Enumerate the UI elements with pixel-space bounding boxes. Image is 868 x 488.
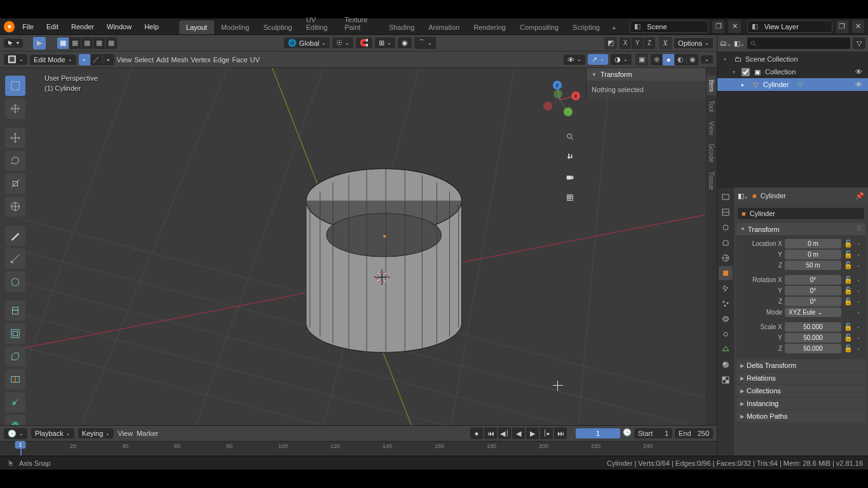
timeline-menu-view[interactable]: View: [118, 430, 133, 437]
wireframe-shading-icon[interactable]: ⊕: [651, 54, 662, 65]
proptab-material[interactable]: [719, 358, 733, 372]
viewport-menu-uv[interactable]: UV: [250, 56, 260, 64]
face-select-icon[interactable]: ▪: [103, 54, 114, 65]
playback-dropdown[interactable]: Playback⌄: [31, 428, 74, 438]
viewport-menu-edge[interactable]: Edge: [213, 56, 229, 64]
location-z-field[interactable]: 50 m: [785, 261, 841, 270]
pin-icon[interactable]: 📌: [855, 192, 864, 200]
loopcut-tool[interactable]: [5, 369, 25, 390]
blender-logo-icon[interactable]: [4, 21, 15, 32]
proportional-falloff-dropdown[interactable]: ⌒⌄: [414, 37, 436, 49]
sidetab-gcode[interactable]: Gcode: [707, 140, 716, 166]
proptab-mesh[interactable]: [719, 342, 733, 356]
collection-checkbox[interactable]: [742, 68, 750, 76]
section-relations[interactable]: ▶Relations: [736, 372, 865, 384]
jump-end-icon[interactable]: ⏭: [554, 428, 567, 439]
lock-icon[interactable]: 🔓: [844, 276, 853, 284]
outliner-row-scene-collection[interactable]: ▾ 🗀 Scene Collection: [717, 53, 868, 65]
menu-edit[interactable]: Edit: [41, 20, 64, 33]
tab-sculpting[interactable]: Sculpting: [256, 20, 299, 34]
proptab-world[interactable]: [719, 251, 733, 265]
lock-icon[interactable]: 🔓: [844, 297, 853, 306]
scene-delete-button[interactable]: ✕: [728, 20, 740, 33]
perspective-toggle-icon[interactable]: [562, 189, 578, 206]
mirror-x-button[interactable]: X: [620, 37, 631, 49]
location-y-field[interactable]: 0 m: [785, 250, 841, 259]
outliner-editor-dropdown[interactable]: 🗂⌄: [720, 39, 731, 47]
play-icon[interactable]: ▶: [526, 428, 539, 439]
viewlayer-name-input[interactable]: [762, 23, 832, 30]
select-invert-icon[interactable]: ▦: [93, 37, 105, 49]
viewlayer-new-button[interactable]: ❐: [836, 20, 848, 33]
rotation-y-field[interactable]: 0°: [785, 286, 841, 295]
editor-type-dropdown[interactable]: 🔳⌄: [4, 54, 27, 65]
sidetab-tool[interactable]: Tool: [707, 97, 716, 116]
select-extend-icon[interactable]: ▦: [69, 37, 81, 49]
xray-toggle-icon[interactable]: ▣: [635, 53, 648, 66]
tab-modeling[interactable]: Modeling: [214, 20, 257, 34]
lock-icon[interactable]: 🔓: [844, 334, 853, 342]
current-frame-field[interactable]: 1: [576, 428, 620, 438]
viewlayer-selector[interactable]: ◧: [747, 20, 832, 33]
viewport-menu-select[interactable]: Select: [134, 56, 154, 64]
select-set-icon[interactable]: ▦: [57, 37, 69, 49]
gizmo-visibility-icon[interactable]: ◩: [604, 37, 617, 50]
zoom-icon[interactable]: [562, 128, 578, 145]
rotate-tool[interactable]: [5, 151, 25, 171]
proptab-particles[interactable]: [719, 297, 733, 311]
tab-animation[interactable]: Animation: [421, 20, 466, 34]
section-collections[interactable]: ▶Collections: [736, 385, 865, 396]
clock-icon[interactable]: 🕓: [623, 428, 632, 438]
end-frame-field[interactable]: End250: [675, 428, 713, 438]
sidetab-view[interactable]: View: [707, 118, 716, 139]
tab-texture-paint[interactable]: Texture Paint: [337, 13, 382, 34]
transform-tool[interactable]: [5, 196, 25, 217]
proptab-constraints[interactable]: [719, 327, 733, 341]
solid-shading-icon[interactable]: ●: [663, 54, 674, 65]
keying-dropdown[interactable]: Keying⌄: [78, 428, 114, 438]
tab-rendering[interactable]: Rendering: [466, 20, 513, 34]
sidetab-item[interactable]: Item: [707, 76, 716, 95]
jump-start-icon[interactable]: ⏮: [484, 428, 497, 439]
lock-icon[interactable]: 🔓: [844, 261, 853, 269]
timeline-menu-marker[interactable]: Marker: [137, 430, 158, 437]
3d-viewport[interactable]: User Perspective (1) Cylinder: [0, 68, 717, 425]
camera-view-icon[interactable]: [562, 169, 578, 186]
section-instancing[interactable]: ▶Instancing: [736, 398, 865, 409]
mode-dropdown[interactable]: Edit Mode⌄: [30, 55, 76, 65]
outliner-row-collection[interactable]: ▾ ▣ Collection 👁: [717, 65, 868, 78]
mirror-z-button[interactable]: Z: [644, 37, 655, 49]
eye-icon[interactable]: 👁: [855, 68, 865, 76]
shading-options-dropdown[interactable]: ⌄: [701, 55, 713, 64]
lock-icon[interactable]: 🔓: [844, 240, 853, 248]
viewlayer-delete-button[interactable]: ✕: [852, 20, 864, 33]
proptab-render[interactable]: [719, 190, 733, 204]
snap-target-dropdown[interactable]: ⊞⌄: [375, 37, 395, 48]
viewport-menu-view[interactable]: View: [117, 56, 132, 64]
start-frame-field[interactable]: Start1: [634, 428, 672, 438]
npanel-transform-header[interactable]: Transform: [587, 68, 705, 81]
scene-name-input[interactable]: [644, 23, 708, 30]
select-box-tool[interactable]: [5, 76, 25, 96]
scale-x-field[interactable]: 50.000: [785, 322, 841, 332]
menu-window[interactable]: Window: [102, 20, 137, 33]
sidetab-tissue[interactable]: Tissue: [707, 168, 716, 194]
snap-toggle[interactable]: 🧲: [356, 37, 372, 48]
mirror-y-button[interactable]: Y: [632, 37, 643, 49]
lookdev-shading-icon[interactable]: ◐: [675, 54, 686, 65]
polybuild-tool[interactable]: [5, 415, 25, 425]
outliner-row-cylinder[interactable]: ▸ ▽ Cylinder ▽ 👁: [717, 78, 868, 91]
add-cube-tool[interactable]: [5, 271, 25, 292]
edge-select-icon[interactable]: ／: [91, 54, 102, 65]
measure-tool[interactable]: [5, 248, 25, 269]
rotation-z-field[interactable]: 0°: [785, 297, 841, 306]
bevel-tool[interactable]: [5, 346, 25, 367]
annotate-tool[interactable]: [5, 226, 25, 246]
scale-y-field[interactable]: 50.000: [785, 333, 841, 342]
proptab-modifier[interactable]: [719, 281, 733, 295]
cursor-tool-icon[interactable]: ▶: [33, 37, 46, 50]
scale-tool[interactable]: [5, 173, 25, 194]
tab-shading[interactable]: Shading: [382, 20, 421, 34]
section-transform[interactable]: ▼Transform⠿: [736, 223, 865, 235]
tab-scripting[interactable]: Scripting: [566, 20, 607, 34]
